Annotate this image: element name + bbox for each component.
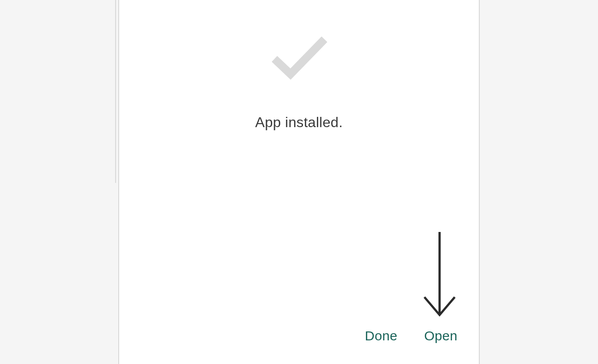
open-button[interactable]: Open	[424, 327, 457, 345]
dialog-button-bar: Done Open	[119, 327, 479, 364]
checkmark-icon	[269, 33, 330, 82]
arrow-down-icon	[422, 232, 457, 319]
install-confirmation-dialog: App installed. Done Open	[118, 0, 480, 364]
status-message: App installed.	[255, 114, 343, 131]
outer-border-left	[115, 0, 116, 183]
done-button[interactable]: Done	[365, 327, 397, 345]
